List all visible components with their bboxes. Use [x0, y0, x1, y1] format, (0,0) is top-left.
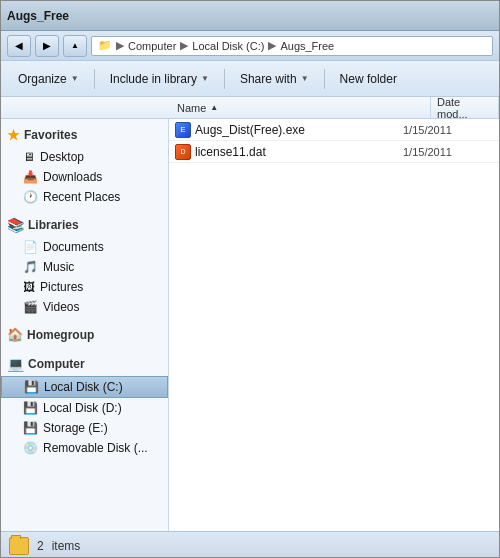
col-date-label: Date mod...	[437, 96, 492, 120]
col-name-label: Name	[177, 102, 206, 114]
nav-item-local-c[interactable]: 💾 Local Disk (C:)	[1, 376, 168, 398]
pictures-label: Pictures	[40, 280, 83, 294]
favorites-label: Favorites	[24, 128, 77, 142]
new-folder-button[interactable]: New folder	[331, 66, 406, 92]
removable-label: Removable Disk (...	[43, 441, 148, 455]
music-label: Music	[43, 260, 74, 274]
status-folder-icon	[9, 537, 29, 555]
nav-item-downloads[interactable]: 📥 Downloads	[1, 167, 168, 187]
local-c-label: Local Disk (C:)	[44, 380, 123, 394]
documents-icon: 📄	[23, 240, 38, 254]
desktop-label: Desktop	[40, 150, 84, 164]
include-library-button[interactable]: Include in library ▼	[101, 66, 218, 92]
path-sep-3: ▶	[268, 39, 276, 52]
nav-item-desktop[interactable]: 🖥 Desktop	[1, 147, 168, 167]
file-date-1: 1/15/2011	[403, 146, 493, 158]
share-dropdown-icon: ▼	[301, 74, 309, 83]
include-dropdown-icon: ▼	[201, 74, 209, 83]
title-bar: Augs_Free	[1, 1, 499, 31]
favorites-icon: ★	[7, 127, 20, 143]
toolbar-divider-2	[224, 69, 225, 89]
homegroup-label: Homegroup	[27, 328, 94, 342]
back-button[interactable]: ◀	[7, 35, 31, 57]
path-label-augs: Augs_Free	[280, 40, 334, 52]
libraries-icon: 📚	[7, 217, 24, 233]
nav-favorites-header[interactable]: ★ Favorites	[1, 123, 168, 147]
nav-panel[interactable]: ★ Favorites 🖥 Desktop 📥 Downloads 🕐 Rece…	[1, 119, 169, 531]
share-with-button[interactable]: Share with ▼	[231, 66, 318, 92]
recent-icon: 🕐	[23, 190, 38, 204]
downloads-icon: 📥	[23, 170, 38, 184]
computer-icon: 💻	[7, 356, 24, 372]
file-date-0: 1/15/2011	[403, 124, 493, 136]
documents-label: Documents	[43, 240, 104, 254]
toolbar-divider-3	[324, 69, 325, 89]
up-button[interactable]: ▲	[63, 35, 87, 57]
path-computer: 📁	[98, 39, 112, 52]
status-bar: 2 items	[1, 531, 499, 558]
storage-label: Storage (E:)	[43, 421, 108, 435]
nav-item-storage[interactable]: 💾 Storage (E:)	[1, 418, 168, 438]
nav-libraries-header[interactable]: 📚 Libraries	[1, 213, 168, 237]
organize-button[interactable]: Organize ▼	[9, 66, 88, 92]
toolbar: Organize ▼ Include in library ▼ Share wi…	[1, 61, 499, 97]
forward-button[interactable]: ▶	[35, 35, 59, 57]
computer-label: Computer	[28, 357, 85, 371]
file-row-1[interactable]: D license11.dat 1/15/2011	[169, 141, 499, 163]
include-label: Include in library	[110, 72, 197, 86]
nav-item-pictures[interactable]: 🖼 Pictures	[1, 277, 168, 297]
column-headers: Name ▲ Date mod...	[1, 97, 499, 119]
address-path[interactable]: 📁 ▶ Computer ▶ Local Disk (C:) ▶ Augs_Fr…	[91, 36, 493, 56]
local-d-label: Local Disk (D:)	[43, 401, 122, 415]
videos-label: Videos	[43, 300, 79, 314]
nav-item-documents[interactable]: 📄 Documents	[1, 237, 168, 257]
status-count: 2	[37, 539, 44, 553]
libraries-label: Libraries	[28, 218, 79, 232]
sort-arrow: ▲	[210, 103, 218, 112]
new-folder-label: New folder	[340, 72, 397, 86]
main-area: ★ Favorites 🖥 Desktop 📥 Downloads 🕐 Rece…	[1, 119, 499, 531]
organize-label: Organize	[18, 72, 67, 86]
nav-item-videos[interactable]: 🎬 Videos	[1, 297, 168, 317]
storage-icon: 💾	[23, 421, 38, 435]
col-header-date[interactable]: Date mod...	[431, 97, 499, 118]
title-bar-text: Augs_Free	[7, 9, 69, 23]
file-name-0: Augs_Dist(Free).exe	[195, 123, 399, 137]
homegroup-icon: 🏠	[7, 327, 23, 342]
nav-item-music[interactable]: 🎵 Music	[1, 257, 168, 277]
desktop-icon: 🖥	[23, 150, 35, 164]
file-name-1: license11.dat	[195, 145, 399, 159]
downloads-label: Downloads	[43, 170, 102, 184]
recent-label: Recent Places	[43, 190, 120, 204]
exe-icon: E	[175, 122, 191, 138]
nav-homegroup-header[interactable]: 🏠 Homegroup	[1, 323, 168, 346]
path-label-c: Local Disk (C:)	[192, 40, 264, 52]
local-d-icon: 💾	[23, 401, 38, 415]
nav-item-recent[interactable]: 🕐 Recent Places	[1, 187, 168, 207]
path-sep-2: ▶	[180, 39, 188, 52]
path-sep-1: ▶	[116, 39, 124, 52]
nav-item-local-d[interactable]: 💾 Local Disk (D:)	[1, 398, 168, 418]
removable-icon: 💿	[23, 441, 38, 455]
status-items-label: items	[52, 539, 81, 553]
dat-icon: D	[175, 144, 191, 160]
local-c-icon: 💾	[24, 380, 39, 394]
videos-icon: 🎬	[23, 300, 38, 314]
nav-item-removable[interactable]: 💿 Removable Disk (...	[1, 438, 168, 458]
pictures-icon: 🖼	[23, 280, 35, 294]
music-icon: 🎵	[23, 260, 38, 274]
share-label: Share with	[240, 72, 297, 86]
path-label-computer: Computer	[128, 40, 176, 52]
organize-dropdown-icon: ▼	[71, 74, 79, 83]
file-panel[interactable]: E Augs_Dist(Free).exe 1/15/2011 D licens…	[169, 119, 499, 531]
toolbar-divider-1	[94, 69, 95, 89]
address-bar: ◀ ▶ ▲ 📁 ▶ Computer ▶ Local Disk (C:) ▶ A…	[1, 31, 499, 61]
col-header-name[interactable]: Name ▲	[171, 97, 431, 118]
nav-computer-header[interactable]: 💻 Computer	[1, 352, 168, 376]
file-row-0[interactable]: E Augs_Dist(Free).exe 1/15/2011	[169, 119, 499, 141]
